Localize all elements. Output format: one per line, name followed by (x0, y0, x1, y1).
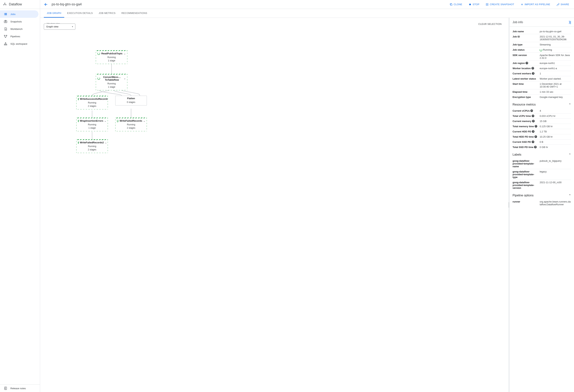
help-icon[interactable]: ? (532, 115, 534, 117)
tab-job-metrics[interactable]: Job Metrics (96, 9, 119, 18)
info-row: goog-dataflow-provided-template-typelega… (512, 169, 571, 180)
sidebar-item-pipelines[interactable]: Pipelines (0, 33, 39, 40)
spinner-icon (78, 141, 79, 144)
info-label: Current HDD PD? (512, 130, 538, 133)
create-snapshot-button[interactable]: Create snapshot (484, 1, 516, 7)
node-title: WriteFailedRecords2 (80, 141, 104, 144)
node-read-pubsub-topic[interactable]: ReadPubSubTopic⌄ Running1 stage (96, 50, 127, 64)
help-icon[interactable]: ? (526, 62, 528, 64)
info-row: Current memory?15 GB (512, 119, 571, 124)
spinner-icon (78, 98, 79, 100)
info-value: 1 December 2021 at 10:30:40 GMT+1 (540, 82, 571, 88)
tab-recommendations[interactable]: Recommendations (119, 9, 150, 18)
tree-icon (4, 42, 7, 46)
info-value: 2021-12-01_01_30_39-16305057019378204296 (540, 35, 571, 41)
section-labels[interactable]: Labels ⌃ (512, 150, 571, 158)
svg-point-5 (4, 35, 5, 36)
info-label: Total memory time? (512, 125, 538, 128)
job-steps-view-select[interactable]: Graph view (44, 23, 75, 30)
help-icon[interactable]: ? (534, 146, 537, 148)
job-steps-view-control: Job steps view Graph view (44, 21, 75, 30)
info-label: runner (512, 200, 538, 203)
sidebar-item-jobs[interactable]: Jobs (0, 10, 39, 18)
svg-point-0 (4, 3, 5, 3)
back-button[interactable] (43, 1, 49, 7)
section-pipeline-options[interactable]: Pipeline options ⌃ (512, 190, 571, 199)
info-label: Job region? (512, 62, 538, 65)
svg-point-8 (5, 42, 6, 43)
info-value: Streaming (540, 43, 571, 46)
info-label: Current SSD PD? (512, 141, 538, 143)
content: Job steps view Graph view CLEAR SELECTIO… (40, 18, 574, 392)
chevron-down-icon[interactable]: ⌄ (143, 120, 145, 122)
help-icon[interactable]: ? (530, 109, 533, 112)
panel-resize-handle[interactable] (508, 18, 509, 392)
document-icon (4, 27, 7, 31)
section-resource-metrics[interactable]: Resource metrics ⌃ (512, 100, 571, 108)
svg-point-7 (5, 37, 6, 37)
sidebar-release-notes[interactable]: Release notes (0, 384, 40, 392)
sidebar-item-label: Snapshots (10, 20, 22, 23)
info-row: goog-dataflow-provided-template-namepubs… (512, 158, 571, 169)
svg-rect-14 (469, 4, 471, 5)
info-row: Job statusRunning (512, 47, 571, 53)
info-label: Latest worker status (512, 77, 538, 80)
import-pipeline-button[interactable]: Import as pipeline (519, 1, 552, 7)
info-value: 4 (540, 109, 571, 112)
info-value: org.apache.beam.runners.dataflow.Dataflo… (540, 200, 571, 206)
info-row: Job nameps-to-bq-gtm-ss-ga4 (512, 29, 571, 34)
sidebar-item-snapshots[interactable]: Snapshots (0, 18, 39, 25)
info-row: Job typeStreaming (512, 42, 571, 47)
collapse-panel-button[interactable]: ⟩| (569, 20, 571, 24)
info-label: goog-dataflow-provided-template-version (512, 181, 538, 189)
help-icon[interactable]: ? (532, 141, 534, 143)
node-detail: 2 stages (117, 126, 145, 130)
spinner-icon (98, 52, 100, 55)
sidebar-item-workbench[interactable]: Workbench (0, 25, 39, 33)
list-icon (4, 12, 7, 16)
share-button[interactable]: Share (555, 1, 571, 7)
info-label: Job name (512, 30, 538, 33)
info-value: 0.033 vCPU hr (540, 115, 571, 117)
copy-icon (450, 3, 452, 6)
stop-button[interactable]: Stop (467, 1, 481, 7)
page-title: ps-to-bq-gtm-ss-ga4 (52, 2, 82, 6)
info-value: legacy (540, 170, 571, 173)
node-convert-message[interactable]: ConvertMess…ToTableRow⌄ Running1 stage (96, 74, 127, 90)
help-icon[interactable]: ? (535, 125, 537, 128)
help-icon[interactable]: ? (532, 130, 534, 133)
stop-icon (469, 3, 472, 6)
node-write-failed-records-2[interactable]: WriteFailedRecords2⌄ Running2 stages (76, 139, 108, 153)
sidebar-item-sql-workspace[interactable]: SQL workspace (0, 40, 39, 47)
clear-selection-button[interactable]: CLEAR SELECTION (478, 23, 502, 25)
info-label: SDK version (512, 54, 538, 56)
node-write-successful[interactable]: WriteSuccessfulRecords⌄ Running2 stages (76, 96, 108, 109)
sidebar: Dataflow Jobs Snapshots Workbench Pipeli… (0, 0, 40, 392)
node-flatten[interactable]: Flatten 0 stages (115, 96, 147, 106)
svg-point-1 (3, 4, 4, 5)
chevron-down-icon[interactable]: ⌄ (105, 141, 107, 144)
info-label: goog-dataflow-provided-template-type (512, 170, 538, 179)
chevron-down-icon[interactable]: ⌄ (124, 52, 126, 55)
help-icon[interactable]: ? (532, 120, 535, 122)
spinner-icon (78, 120, 79, 122)
help-icon[interactable]: ? (532, 67, 534, 70)
chevron-down-icon[interactable]: ⌄ (124, 77, 126, 80)
info-row: Current vCPUs?4 (512, 108, 571, 113)
clone-button[interactable]: Clone (448, 1, 464, 7)
info-label: Current workers? (512, 72, 538, 75)
pipeline-icon (4, 35, 7, 38)
node-title: WriteFailedRecords (120, 119, 142, 122)
graph-canvas[interactable]: Job steps view Graph view CLEAR SELECTIO… (40, 18, 508, 392)
info-label: Total HDD PD time? (512, 135, 538, 138)
info-value: 15 GB (540, 120, 571, 123)
chevron-up-icon: ⌃ (569, 194, 571, 197)
node-wrap-insertion-errors[interactable]: WrapInsertionErrors⌄ Running1 stage (76, 118, 108, 131)
help-icon[interactable]: ? (532, 72, 534, 75)
node-write-failed-records[interactable]: WriteFailedRecords⌄ Running2 stages (115, 118, 147, 131)
sidebar-item-label: SQL workspace (10, 42, 27, 45)
help-icon[interactable]: ? (534, 135, 537, 138)
chevron-down-icon[interactable]: ⌄ (104, 120, 106, 122)
tab-job-graph[interactable]: Job Graph (44, 9, 64, 18)
tab-execution-details[interactable]: Execution Details (64, 9, 96, 18)
